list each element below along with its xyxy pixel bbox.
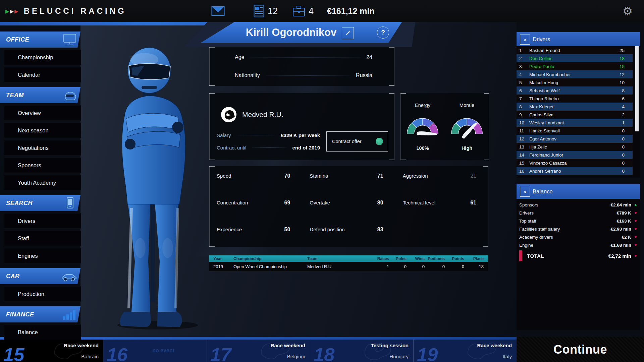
driver-row[interactable]: 12Egor Antonov0	[517, 135, 633, 143]
helmet-icon	[62, 88, 78, 102]
driver-position: 8	[517, 104, 528, 109]
col-championship: Championship	[232, 256, 306, 261]
driver-points: 12	[620, 72, 633, 77]
cell-wins: 0	[408, 264, 426, 269]
nav-section-team: TEAM Overview Next season Negotiations S…	[0, 87, 80, 190]
top-bar: ▶ ▶ ▶ BELUCCI RACING 12 4 €161,12 ml	[0, 0, 644, 22]
team-name-logo: BELUCCI RACING	[24, 6, 126, 16]
calendar-day-16[interactable]: 16 no event	[103, 340, 207, 362]
item-label: Overview	[18, 110, 41, 116]
balance-row-engine: Engine €1.68 mln ▼	[517, 241, 640, 249]
driver-points: 0	[622, 144, 633, 149]
sidebar-item-negotiations[interactable]: Negotiations	[4, 140, 81, 156]
day-number: 16	[107, 345, 127, 362]
stat-overtake: Overtake 80	[302, 193, 395, 220]
energy-gauge: Energy 100%	[400, 93, 445, 160]
standings-title: Drivers	[533, 36, 550, 43]
balance-value: €163 K	[616, 219, 631, 224]
drivers-standings-panel: > Drivers 1Bastian Freund25 2Don Collins…	[517, 32, 640, 178]
balance-row-facilities: Facilities staff salary €2.93 mln ▼	[517, 225, 640, 233]
age-row: Age 24	[235, 53, 372, 62]
sidebar-item-staff[interactable]: Staff	[4, 231, 81, 246]
driver-name: Sebastian Wolf	[529, 88, 560, 93]
standings-scrollbar[interactable]	[635, 46, 639, 175]
item-label: Balance	[18, 329, 38, 336]
driver-row[interactable]: 7Thiago Ribeiro6	[517, 95, 633, 103]
contract-offer-button[interactable]: Contract offer	[326, 131, 388, 152]
section-label: OFFICE	[6, 36, 29, 43]
driver-row[interactable]: 8Max Krieger4	[517, 103, 633, 111]
balance-value: €789 K	[616, 210, 631, 216]
day-event: Race weekend	[271, 343, 305, 348]
driver-position: 1	[517, 48, 528, 53]
sidebar-item-calendar[interactable]: Calendar	[4, 67, 81, 82]
jobs-button[interactable]: 4	[292, 0, 314, 22]
item-label: Engines	[18, 253, 38, 259]
driver-row[interactable]: 13Ilija Zelic0	[517, 143, 633, 151]
offer-status-dot	[376, 138, 383, 145]
balance-label: Engine	[519, 243, 533, 248]
calendar-day-19[interactable]: 19 Race weekend Italy	[413, 340, 517, 362]
nav-section-office: OFFICE Championship Calendar	[0, 32, 80, 82]
day-number: 19	[417, 345, 438, 362]
mail-button[interactable]	[211, 0, 225, 22]
driver-row[interactable]: 11Hanko Stenvall0	[517, 127, 633, 135]
help-button[interactable]: ?	[377, 26, 389, 39]
standings-list: 1Bastian Freund25 2Don Collins18 3Pedro …	[517, 46, 633, 175]
driver-row[interactable]: 2Don Collins18	[517, 54, 633, 62]
driver-row[interactable]: 15Vincenzo Casazza0	[517, 159, 633, 167]
total-marker	[519, 250, 522, 261]
expand-chevron-icon[interactable]: >	[520, 35, 530, 45]
driver-position: 9	[517, 112, 528, 117]
driver-row[interactable]: 3Pedro Paulo15	[517, 62, 633, 70]
item-label: Youth Academy	[18, 180, 56, 186]
driver-row[interactable]: 14Ferdinand Junior0	[517, 151, 633, 159]
expand-chevron-icon[interactable]: >	[520, 187, 530, 197]
driver-row[interactable]: 4Michael Krombacher12	[517, 70, 633, 78]
stat-experience: Experience 50	[209, 220, 302, 247]
morale-label: Morale	[445, 103, 489, 108]
driver-row[interactable]: 5Malcolm Hong10	[517, 78, 633, 86]
calendar-day-18[interactable]: 18 Testing session Hungary	[310, 340, 413, 362]
calendar-day-17[interactable]: 17 Race weekend Belgium	[207, 340, 310, 362]
question-mark-icon: ?	[381, 29, 385, 36]
driver-row[interactable]: 1Bastian Freund25	[517, 46, 633, 54]
calendar-day-15[interactable]: 15 Race weekend Bahrain	[0, 340, 103, 362]
sidebar-item-championship[interactable]: Championship	[4, 50, 81, 65]
driver-row[interactable]: 9Carlos Silva2	[517, 111, 633, 119]
stat-stamina: Stamina 71	[302, 166, 395, 193]
sidebar-item-drivers[interactable]: Drivers	[4, 213, 81, 229]
morale-gauge-dial	[447, 110, 487, 139]
sidebar-item-balance[interactable]: Balance	[4, 324, 81, 340]
balance-row-top-staff: Top staff €163 K ▼	[517, 217, 640, 225]
sidebar-item-production[interactable]: Production	[4, 286, 81, 302]
edit-name-button[interactable]	[342, 27, 354, 39]
sidebar-item-sponsors[interactable]: Sponsors	[4, 158, 81, 173]
stat-defend-position: Defend position 83	[302, 220, 395, 247]
sidebar-item-youth-academy[interactable]: Youth Academy	[4, 175, 81, 190]
balance-value: €1.68 mln	[610, 243, 631, 248]
stat-label: Overtake	[310, 200, 330, 205]
driver-row[interactable]: 6Sebastian Wolf8	[517, 86, 633, 95]
team-name: Medved R.U.	[242, 111, 283, 119]
team-crest-medved	[221, 107, 237, 123]
briefcase-icon	[292, 5, 305, 17]
sidebar-item-next-season[interactable]: Next season	[4, 123, 81, 138]
stat-value: 71	[377, 173, 383, 179]
item-label: Drivers	[18, 218, 35, 224]
driver-points: 0	[622, 169, 633, 174]
continue-button[interactable]: Continue	[517, 337, 644, 362]
sidebar-item-overview[interactable]: Overview	[4, 105, 81, 121]
sidebar-item-engines[interactable]: Engines	[4, 248, 81, 263]
day-number: 17	[210, 345, 231, 362]
scrollbar-thumb[interactable]	[635, 46, 639, 131]
col-races: Races	[367, 256, 390, 261]
total-label: TOTAL	[527, 253, 544, 259]
driver-points: 0	[622, 153, 633, 158]
driver-row[interactable]: 16Andres Serrano0	[517, 167, 633, 175]
news-button[interactable]: 12	[254, 0, 278, 22]
item-label: Production	[18, 291, 44, 297]
driver-row[interactable]: 10Wesley Landzaat1	[517, 119, 633, 127]
leader-line	[250, 57, 361, 58]
settings-gear-icon[interactable]: ⚙	[619, 0, 636, 22]
